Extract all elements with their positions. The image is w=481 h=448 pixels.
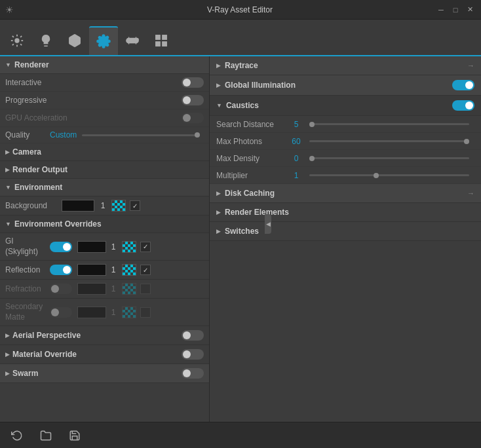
secondary-matte-checker-btn[interactable]	[122, 307, 136, 318]
gi-toggle[interactable]	[452, 80, 474, 90]
refraction-color-swatch[interactable]	[77, 283, 106, 295]
caustics-toggle[interactable]	[452, 100, 474, 111]
tab-material[interactable]	[60, 26, 89, 55]
env-overrides-section-header[interactable]: Environment Overrides	[0, 215, 209, 233]
max-photons-row: Max Photons 60	[210, 133, 481, 150]
switches-arrow	[216, 228, 221, 234]
env-overrides-arrow	[5, 221, 12, 227]
raytrace-section-header[interactable]: Raytrace →	[210, 56, 481, 75]
secondary-matte-toggle[interactable]	[50, 307, 72, 318]
max-photons-thumb	[464, 139, 469, 144]
swarm-toggle[interactable]	[182, 368, 204, 379]
disk-caching-label: Disk Caching	[225, 189, 275, 198]
open-button[interactable]	[37, 426, 55, 445]
aerial-toggle[interactable]	[182, 330, 204, 341]
refraction-checker-btn[interactable]	[122, 283, 136, 295]
interactive-toggle[interactable]	[182, 77, 204, 88]
progressive-label: Progressive	[5, 96, 71, 105]
reflection-row: Reflection 1	[0, 261, 209, 280]
environment-section-header[interactable]: Environment	[0, 179, 209, 196]
raytrace-arrow	[216, 62, 221, 69]
swarm-label: Swarm	[12, 369, 38, 378]
environment-arrow	[5, 184, 12, 191]
minimize-button[interactable]: ─	[435, 4, 447, 16]
refraction-toggle[interactable]	[50, 284, 72, 294]
quality-value: Custom	[50, 130, 77, 140]
svg-rect-11	[156, 35, 160, 39]
secondary-matte-color-swatch[interactable]	[77, 307, 106, 318]
reflection-checkbox[interactable]	[140, 265, 151, 275]
disk-caching-section-header[interactable]: Disk Caching →	[210, 184, 481, 203]
refraction-label: Refraction	[5, 284, 45, 293]
secondary-matte-num: 1	[109, 308, 118, 317]
tab-object[interactable]	[147, 26, 176, 55]
secondary-matte-toggle-knob	[51, 308, 59, 316]
tab-light[interactable]	[31, 26, 60, 55]
interactive-label: Interactive	[5, 78, 71, 87]
gi-skylight-label: GI (Skylight)	[5, 236, 45, 257]
right-panel: Raytrace → Global Illumination Caustics	[210, 56, 481, 422]
search-distance-slider[interactable]	[309, 123, 469, 125]
camera-section-header[interactable]: Camera	[0, 143, 209, 161]
gpu-label: GPU Acceleration	[5, 113, 71, 122]
reset-button[interactable]	[8, 426, 26, 445]
gpu-toggle[interactable]	[182, 113, 204, 123]
swarm-toggle-knob	[183, 369, 191, 377]
interactive-row: Interactive	[0, 74, 209, 92]
render-elements-section-header[interactable]: Render Elements	[210, 203, 481, 222]
svg-rect-13	[163, 42, 166, 46]
gi-skylight-color-swatch[interactable]	[77, 241, 106, 253]
material-override-section-header[interactable]: Material Override	[0, 345, 209, 364]
background-checker-btn[interactable]	[111, 200, 126, 212]
max-photons-slider[interactable]	[309, 140, 469, 142]
reflection-checker-btn[interactable]	[122, 264, 136, 276]
svg-line-6	[20, 44, 22, 45]
raytrace-link-icon: →	[467, 62, 474, 69]
max-photons-label: Max Photons	[216, 137, 288, 146]
interactive-toggle-knob	[183, 79, 191, 86]
gi-skylight-row: GI (Skylight) 1	[0, 233, 209, 261]
gi-skylight-checkbox[interactable]	[140, 242, 151, 252]
tab-settings[interactable]	[89, 26, 118, 55]
gi-skylight-num: 1	[109, 242, 118, 252]
aerial-section-header[interactable]: Aerial Perspective	[0, 326, 209, 345]
swarm-arrow	[5, 370, 10, 377]
save-button[interactable]	[66, 426, 84, 445]
svg-line-8	[20, 36, 22, 37]
search-distance-thumb	[309, 122, 315, 127]
max-density-row: Max Density 0	[210, 150, 481, 167]
gi-section-header[interactable]: Global Illumination	[210, 75, 481, 96]
multiplier-slider[interactable]	[309, 174, 469, 176]
reflection-num: 1	[109, 265, 118, 274]
caustics-section-header[interactable]: Caustics	[210, 96, 481, 116]
background-color-swatch[interactable]	[62, 200, 94, 212]
close-button[interactable]: ✕	[464, 4, 476, 16]
max-density-thumb	[309, 156, 315, 161]
swarm-section-header[interactable]: Swarm	[0, 364, 209, 383]
refraction-toggle-knob	[51, 285, 59, 293]
refraction-row: Refraction 1	[0, 280, 209, 299]
max-density-slider[interactable]	[309, 157, 469, 159]
search-distance-label: Search Distance	[216, 120, 288, 129]
reflection-toggle[interactable]	[50, 265, 72, 275]
progressive-toggle[interactable]	[182, 95, 204, 105]
reflection-color-swatch[interactable]	[77, 264, 106, 276]
gi-skylight-checker-btn[interactable]	[122, 241, 136, 253]
secondary-matte-checkbox[interactable]	[140, 307, 151, 318]
refraction-checkbox[interactable]	[140, 284, 151, 294]
gi-skylight-toggle[interactable]	[50, 242, 72, 252]
tab-texture[interactable]	[118, 26, 147, 55]
quality-label: Quality	[5, 130, 45, 140]
bottom-bar	[0, 422, 481, 448]
quality-slider[interactable]	[82, 134, 200, 136]
maximize-button[interactable]: □	[450, 4, 461, 16]
tab-sun[interactable]	[3, 26, 31, 55]
material-override-toggle[interactable]	[182, 349, 204, 360]
switches-section-header[interactable]: Switches	[210, 222, 481, 241]
reflection-toggle-knob	[63, 266, 71, 274]
render-output-section-header[interactable]: Render Output	[0, 161, 209, 179]
renderer-section-header[interactable]: Renderer	[0, 56, 209, 74]
background-checkbox[interactable]	[130, 200, 140, 211]
svg-rect-14	[156, 42, 160, 46]
switches-label: Switches	[225, 227, 259, 236]
